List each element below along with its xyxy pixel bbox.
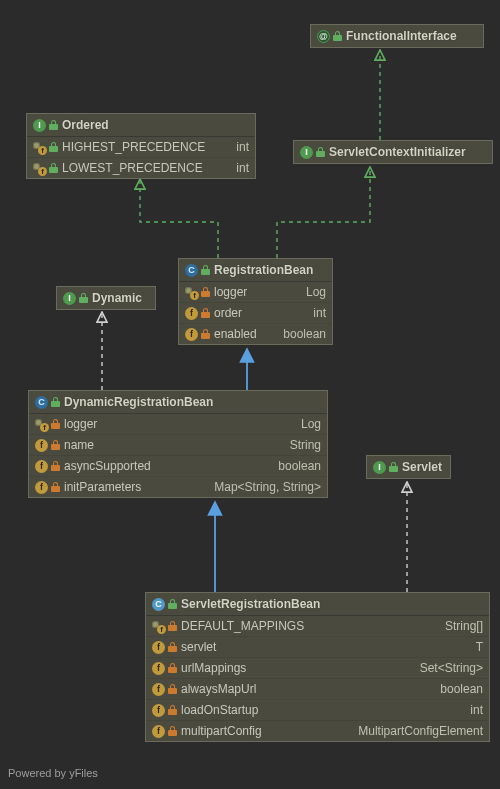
class-field: f DEFAULT_MAPPINGS String[] [146,616,489,636]
field-name: LOWEST_PRECEDENCE [62,161,203,175]
class-header: C DynamicRegistrationBean [29,391,327,414]
field-type: Map<String, String> [149,480,321,494]
field-name: servlet [181,640,216,654]
class-field: f urlMappings Set<String> [146,657,489,678]
class-header: C ServletRegistrationBean [146,593,489,616]
lock-icon [79,293,88,303]
static-field-icon: f [35,418,48,431]
class-header: @ FunctionalInterface [311,25,483,47]
field-type: int [211,161,249,175]
lock-icon [168,705,177,715]
field-icon: f [35,460,48,473]
class-field: f HIGHEST_PRECEDENCE int [27,137,255,157]
class-title: RegistrationBean [214,263,313,277]
lock-icon [49,120,58,130]
interface-icon: I [300,146,313,159]
abstract-class-icon: C [35,396,48,409]
class-field: f initParameters Map<String, String> [29,476,327,497]
field-name: logger [64,417,97,431]
field-name: order [214,306,242,320]
class-ordered[interactable]: I Ordered f HIGHEST_PRECEDENCE int f LOW… [26,113,256,179]
field-type: int [250,306,326,320]
class-servlet-registration-bean[interactable]: C ServletRegistrationBean f DEFAULT_MAPP… [145,592,490,742]
field-name: initParameters [64,480,141,494]
field-type: Set<String> [254,661,483,675]
class-header: I Ordered [27,114,255,137]
class-header: I ServletContextInitializer [294,141,492,163]
field-icon: f [152,662,165,675]
interface-icon: I [33,119,46,132]
field-type: Log [105,417,321,431]
interface-icon: I [63,292,76,305]
class-title: ServletContextInitializer [329,145,466,159]
field-icon: f [35,439,48,452]
class-title: DynamicRegistrationBean [64,395,213,409]
class-functional-interface[interactable]: @ FunctionalInterface [310,24,484,48]
class-dynamic[interactable]: I Dynamic [56,286,156,310]
class-field: f multipartConfig MultipartConfigElement [146,720,489,741]
lock-icon [168,621,177,631]
lock-icon [51,397,60,407]
lock-icon [168,642,177,652]
lock-icon [49,142,58,152]
class-field: f LOWEST_PRECEDENCE int [27,157,255,178]
field-name: alwaysMapUrl [181,682,256,696]
field-name: logger [214,285,247,299]
class-field: f loadOnStartup int [146,699,489,720]
lock-icon [168,663,177,673]
lock-icon [201,265,210,275]
diagram-canvas: @ FunctionalInterface I Ordered f HIGHES… [0,0,500,789]
static-field-icon: f [185,286,198,299]
field-icon: f [35,481,48,494]
class-field: f logger Log [179,282,332,302]
class-field: f servlet T [146,636,489,657]
field-name: name [64,438,94,452]
field-icon: f [152,641,165,654]
class-header: I Servlet [367,456,450,478]
class-title: FunctionalInterface [346,29,457,43]
field-type: String [102,438,321,452]
lock-icon [51,461,60,471]
field-name: multipartConfig [181,724,262,738]
annotation-icon: @ [317,30,330,43]
class-header: I Dynamic [57,287,155,309]
lock-icon [51,482,60,492]
field-type: boolean [264,682,483,696]
field-name: loadOnStartup [181,703,258,717]
footer-attribution: Powered by yFiles [8,767,98,779]
class-servlet[interactable]: I Servlet [366,455,451,479]
lock-icon [168,599,177,609]
lock-icon [168,684,177,694]
class-dynamic-registration-bean[interactable]: C DynamicRegistrationBean f logger Log f… [28,390,328,498]
lock-icon [201,287,210,297]
class-field: f order int [179,302,332,323]
field-type: boolean [159,459,321,473]
class-servlet-context-initializer[interactable]: I ServletContextInitializer [293,140,493,164]
class-field: f enabled boolean [179,323,332,344]
field-icon: f [185,328,198,341]
lock-icon [316,147,325,157]
lock-icon [49,163,58,173]
static-field-icon: f [33,162,46,175]
field-type: String[] [312,619,483,633]
field-icon: f [152,725,165,738]
field-type: boolean [265,327,326,341]
field-name: HIGHEST_PRECEDENCE [62,140,205,154]
field-icon: f [152,683,165,696]
field-name: DEFAULT_MAPPINGS [181,619,304,633]
field-type: int [213,140,249,154]
class-title: Ordered [62,118,109,132]
lock-icon [168,726,177,736]
class-field: f logger Log [29,414,327,434]
class-registration-bean[interactable]: C RegistrationBean f logger Log f order … [178,258,333,345]
lock-icon [333,31,342,41]
static-field-icon: f [33,141,46,154]
field-type: T [224,640,483,654]
field-type: MultipartConfigElement [270,724,483,738]
field-name: asyncSupported [64,459,151,473]
class-field: f alwaysMapUrl boolean [146,678,489,699]
abstract-class-icon: C [185,264,198,277]
field-type: int [266,703,483,717]
class-title: Dynamic [92,291,142,305]
lock-icon [51,440,60,450]
